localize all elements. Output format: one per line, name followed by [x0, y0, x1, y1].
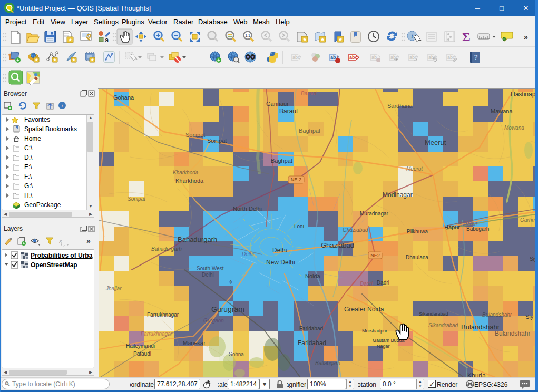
svg-text:Gurgaon: Gurgaon: [203, 318, 224, 324]
svg-text:Bahadurgarh: Bahadurgarh: [151, 246, 182, 252]
svg-text:G:\: G:\: [24, 182, 33, 190]
svg-text:F:\: F:\: [24, 173, 32, 180]
svg-text:abc: abc: [428, 55, 436, 60]
svg-text:Σ: Σ: [462, 30, 471, 44]
svg-text:Dhaulana: Dhaulana: [406, 254, 428, 260]
svg-text:Noida: Noida: [305, 273, 321, 279]
svg-text:Sonipat: Sonipat: [207, 138, 227, 144]
svg-text:✈︎: ✈︎: [229, 279, 233, 285]
svg-text:Farrukhnagar: Farrukhnagar: [141, 331, 173, 337]
svg-text:Sikandarabad: Sikandarabad: [419, 311, 448, 317]
svg-text:Baghpat: Baghpat: [271, 158, 292, 164]
svg-text:NE2: NE2: [370, 253, 380, 258]
svg-text:Meerut: Meerut: [406, 166, 423, 172]
svg-text:ab: ab: [371, 55, 377, 60]
svg-text:Nagar: Nagar: [377, 344, 390, 349]
svg-text:Siy: Siy: [530, 256, 535, 262]
svg-text:Haileymandi: Haileymandi: [126, 343, 155, 349]
svg-text:South West: South West: [197, 266, 224, 271]
svg-text:Gurugram: Gurugram: [211, 305, 244, 313]
svg-text:Mowana: Mowana: [504, 125, 524, 131]
svg-text:Sonipat: Sonipat: [185, 132, 205, 138]
svg-text:Dadri: Dadri: [377, 280, 389, 286]
svg-text:Gohana: Gohana: [113, 94, 134, 101]
svg-text:?: ?: [474, 54, 478, 61]
svg-text:Delhi: Delhi: [202, 272, 214, 278]
svg-text:Sardhana: Sardhana: [387, 103, 413, 109]
svg-text:Greater Noida: Greater Noida: [344, 306, 384, 313]
svg-text:North Delhi: North Delhi: [233, 205, 262, 212]
svg-text:Favorites: Favorites: [24, 116, 50, 123]
svg-text:Pilkhuwa: Pilkhuwa: [407, 229, 428, 234]
svg-text:E:\: E:\: [24, 163, 32, 171]
svg-text:Delhi: Delhi: [242, 251, 255, 257]
svg-text:Dadri: Dadri: [360, 281, 373, 287]
svg-text:Mawana: Mawana: [491, 108, 513, 114]
svg-text:Baghpat: Baghpat: [299, 128, 320, 134]
svg-text:ab: ab: [330, 55, 336, 60]
svg-text:Baraut: Baraut: [279, 107, 298, 115]
svg-text:Hapur: Hapur: [444, 224, 460, 230]
svg-text:Muradnagar: Muradnagar: [360, 211, 389, 217]
svg-text:Faridabad: Faridabad: [298, 339, 326, 347]
svg-text:i: i: [411, 32, 413, 40]
svg-text:Sohna: Sohna: [229, 351, 244, 357]
svg-text:Manesar: Manesar: [183, 340, 206, 346]
svg-text:Hastinapur: Hastinapur: [511, 91, 535, 98]
svg-text:Sonipat: Sonipat: [128, 196, 146, 202]
svg-text:OpenStreetMap: OpenStreetMap: [31, 261, 77, 269]
svg-text:a: a: [105, 36, 109, 44]
svg-text:Sikandrabad: Sikandrabad: [428, 322, 458, 328]
svg-text:Spatial Bookmarks: Spatial Bookmarks: [24, 125, 77, 133]
svg-text:Meerut: Meerut: [425, 139, 446, 146]
svg-text:abc: abc: [292, 55, 300, 60]
svg-text:Babugarh: Babugarh: [466, 226, 489, 232]
svg-text:Faridabad: Faridabad: [299, 326, 323, 331]
svg-text:D:\: D:\: [24, 154, 33, 161]
svg-text:Bahadurgarh: Bahadurgarh: [178, 236, 217, 243]
svg-text:»: »: [524, 33, 528, 41]
svg-text:Loni: Loni: [294, 223, 304, 229]
svg-text:Siy: Siy: [525, 313, 534, 320]
svg-text:Modinagar: Modinagar: [383, 191, 413, 199]
svg-text:Garhmukte: Garhmukte: [520, 217, 535, 223]
svg-text:Ghaziabad: Ghaziabad: [321, 241, 354, 249]
svg-text:»: »: [86, 237, 91, 245]
svg-text:Bulandshahr: Bulandshahr: [482, 312, 512, 318]
svg-text:Probabilities of Urba: Probabilities of Urba: [31, 252, 93, 259]
svg-text:Ballabgarh: Ballabgarh: [315, 360, 340, 366]
svg-text:Barout: Barout: [301, 91, 317, 96]
svg-text:GeoPackage: GeoPackage: [24, 201, 61, 209]
svg-text:Farrukhnagar: Farrukhnagar: [147, 312, 179, 318]
svg-text:i: i: [62, 103, 63, 109]
svg-text:abc: abc: [409, 55, 417, 60]
svg-text:Bulandshahr: Bulandshahr: [461, 323, 500, 331]
svg-text:Kharkhoda: Kharkhoda: [173, 170, 199, 175]
svg-text:ε: ε: [59, 237, 62, 245]
svg-text:Pataudi: Pataudi: [133, 351, 151, 357]
svg-text:H:\: H:\: [24, 192, 33, 199]
svg-text:Delhi: Delhi: [272, 247, 287, 254]
svg-text:Murshadpur: Murshadpur: [362, 328, 387, 334]
svg-text:NE-2: NE-2: [291, 177, 302, 182]
svg-text:C:\: C:\: [24, 144, 33, 152]
svg-text:Gannaur: Gannaur: [266, 101, 289, 107]
svg-text:abc: abc: [349, 55, 358, 60]
svg-text:Khurja: Khurja: [467, 372, 486, 377]
svg-text:Home: Home: [24, 135, 41, 142]
svg-text:Bulandshahr: Bulandshahr: [495, 330, 530, 337]
svg-text:1:1: 1:1: [245, 34, 250, 37]
svg-text:New Delhi: New Delhi: [266, 259, 295, 266]
svg-text:Kharkhoda: Kharkhoda: [175, 178, 204, 184]
svg-text:abc: abc: [447, 55, 455, 60]
svg-text:Jhajjar: Jhajjar: [105, 286, 122, 291]
svg-text:Ghaziabad: Ghaziabad: [343, 227, 368, 233]
